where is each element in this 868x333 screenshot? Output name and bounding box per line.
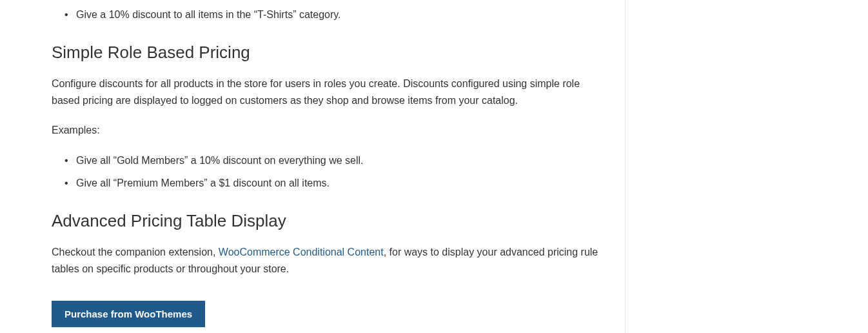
heading-simple-role-based-pricing: Simple Role Based Pricing: [52, 43, 599, 63]
main-content: Give a 10% discount to all items in the …: [0, 0, 626, 333]
role-pricing-examples-list: Give all “Gold Members” a 10% discount o…: [52, 152, 599, 192]
list-item: Give all “Gold Members” a 10% discount o…: [76, 152, 599, 169]
category-pricing-examples-list: Give a 10% discount to all items in the …: [52, 6, 599, 23]
list-item: Give a 10% discount to all items in the …: [76, 6, 599, 23]
paragraph-text-before: Checkout the companion extension,: [52, 247, 219, 257]
list-item: Give all “Premium Members” a $1 discount…: [76, 175, 599, 192]
role-pricing-description: Configure discounts for all products in …: [52, 76, 599, 110]
sidebar: [626, 0, 868, 333]
woocommerce-conditional-content-link[interactable]: WooCommerce Conditional Content: [219, 247, 384, 257]
purchase-button[interactable]: Purchase from WooThemes: [52, 301, 205, 327]
examples-label: Examples:: [52, 122, 599, 139]
heading-advanced-pricing-table: Advanced Pricing Table Display: [52, 211, 599, 231]
advanced-pricing-paragraph: Checkout the companion extension, WooCom…: [52, 244, 599, 278]
